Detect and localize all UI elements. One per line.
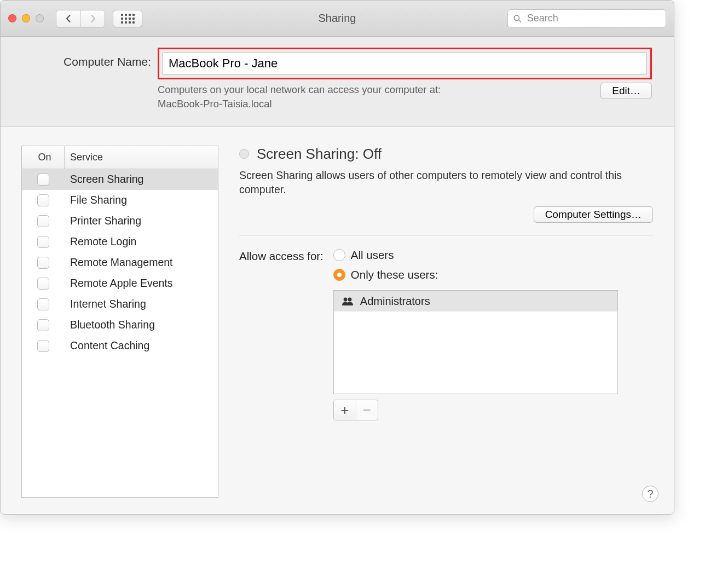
grid-icon [121, 14, 135, 24]
service-row[interactable]: Screen Sharing [22, 169, 218, 190]
services-rows: Screen SharingFile SharingPrinter Sharin… [22, 169, 218, 356]
minus-icon: − [363, 402, 371, 419]
forward-button[interactable] [80, 10, 105, 27]
status-indicator-icon [239, 149, 249, 159]
close-window-button[interactable] [8, 14, 16, 22]
service-row[interactable]: Internet Sharing [22, 294, 218, 315]
service-label: Internet Sharing [65, 298, 218, 310]
radio-only-users[interactable] [333, 269, 345, 281]
service-checkbox[interactable] [37, 257, 49, 269]
service-checkbox-wrap [22, 340, 65, 352]
service-status-desc: Screen Sharing allows users of other com… [239, 168, 644, 197]
userlist-buttons: + − [333, 400, 378, 420]
userlist-wrap: Administrators + − [333, 290, 618, 420]
radio-only-users-row[interactable]: Only these users: [333, 268, 618, 281]
service-checkbox-wrap [22, 257, 65, 269]
services-header: On Service [22, 146, 218, 169]
users-group-icon [342, 297, 354, 305]
allow-access-label: Allow access for: [239, 249, 323, 263]
help-button[interactable]: ? [642, 486, 658, 502]
back-button[interactable] [56, 10, 80, 27]
service-row[interactable]: Content Caching [22, 336, 218, 356]
nav-segmented [56, 10, 105, 27]
search-input[interactable] [526, 12, 660, 25]
service-checkbox-wrap [22, 278, 65, 290]
computer-name-section: Computer Name: Computers on your local n… [1, 37, 674, 127]
desc-line2: MacBook-Pro-Taisia.local [158, 98, 272, 109]
remove-user-button[interactable]: − [356, 400, 378, 420]
radio-all-users-label: All users [351, 249, 394, 262]
svg-point-2 [343, 298, 347, 302]
plus-icon: + [340, 402, 349, 419]
computer-name-input[interactable] [163, 53, 647, 74]
service-checkbox-wrap [22, 298, 65, 310]
chevron-left-icon [65, 14, 72, 23]
service-label: Content Caching [65, 339, 218, 352]
window-toolbar: Sharing [1, 1, 674, 37]
show-all-button[interactable] [113, 10, 142, 27]
add-user-button[interactable]: + [334, 400, 356, 420]
service-label: Remote Login [65, 235, 218, 248]
service-row[interactable]: Printer Sharing [22, 211, 218, 232]
service-detail: Screen Sharing: Off Screen Sharing allow… [239, 146, 653, 498]
column-service[interactable]: Service [65, 152, 218, 163]
services-panel: On Service Screen SharingFile SharingPri… [21, 146, 218, 498]
service-checkbox[interactable] [37, 340, 49, 352]
divider [239, 235, 653, 235]
service-label: Remote Apple Events [65, 277, 218, 290]
allowed-users-list[interactable]: Administrators [333, 290, 618, 394]
service-checkbox[interactable] [37, 319, 49, 331]
service-checkbox-wrap [22, 194, 65, 206]
service-row[interactable]: File Sharing [22, 190, 218, 211]
computer-name-label: Computer Name: [22, 48, 151, 68]
service-checkbox-wrap [22, 215, 65, 227]
service-row[interactable]: Remote Apple Events [22, 273, 218, 294]
service-checkbox-wrap [22, 236, 65, 248]
minimize-window-button[interactable] [22, 14, 30, 22]
sharing-preferences-window: Sharing Computer Name: Computers on your… [0, 0, 674, 515]
column-on[interactable]: On [22, 146, 65, 169]
service-label: Screen Sharing [65, 173, 218, 186]
main-content: On Service Screen SharingFile SharingPri… [1, 127, 674, 514]
userlist-row[interactable]: Administrators [334, 291, 617, 311]
computer-settings-button[interactable]: Computer Settings… [534, 206, 653, 223]
service-row[interactable]: Remote Management [22, 252, 218, 273]
svg-point-3 [348, 298, 351, 302]
service-checkbox[interactable] [37, 278, 49, 290]
zoom-window-button[interactable] [36, 14, 44, 22]
help-icon: ? [647, 488, 653, 500]
desc-line1: Computers on your local network can acce… [158, 84, 441, 95]
service-row[interactable]: Remote Login [22, 232, 218, 252]
service-checkbox[interactable] [37, 194, 49, 206]
computer-name-desc: Computers on your local network can acce… [158, 83, 441, 111]
radio-all-users-row[interactable]: All users [333, 249, 618, 262]
search-icon [513, 14, 522, 23]
toolbar-search[interactable] [507, 9, 666, 28]
service-checkbox[interactable] [37, 236, 49, 248]
service-checkbox-wrap [22, 174, 65, 186]
service-checkbox[interactable] [37, 215, 49, 227]
service-checkbox-wrap [22, 319, 65, 331]
service-checkbox[interactable] [37, 174, 49, 186]
userlist-row-label: Administrators [360, 295, 430, 308]
service-label: Bluetooth Sharing [65, 319, 218, 331]
radio-all-users[interactable] [333, 249, 345, 261]
service-label: Remote Management [65, 256, 218, 269]
computer-name-highlight-box [158, 48, 652, 79]
service-label: File Sharing [65, 194, 218, 206]
service-row[interactable]: Bluetooth Sharing [22, 315, 218, 336]
svg-line-1 [519, 20, 521, 22]
radio-only-users-label: Only these users: [351, 268, 438, 281]
service-label: Printer Sharing [65, 215, 218, 227]
service-checkbox[interactable] [37, 298, 49, 310]
service-status-title: Screen Sharing: Off [257, 146, 382, 163]
edit-hostname-button[interactable]: Edit… [600, 83, 652, 99]
traffic-lights [8, 14, 44, 22]
chevron-right-icon [90, 14, 96, 23]
